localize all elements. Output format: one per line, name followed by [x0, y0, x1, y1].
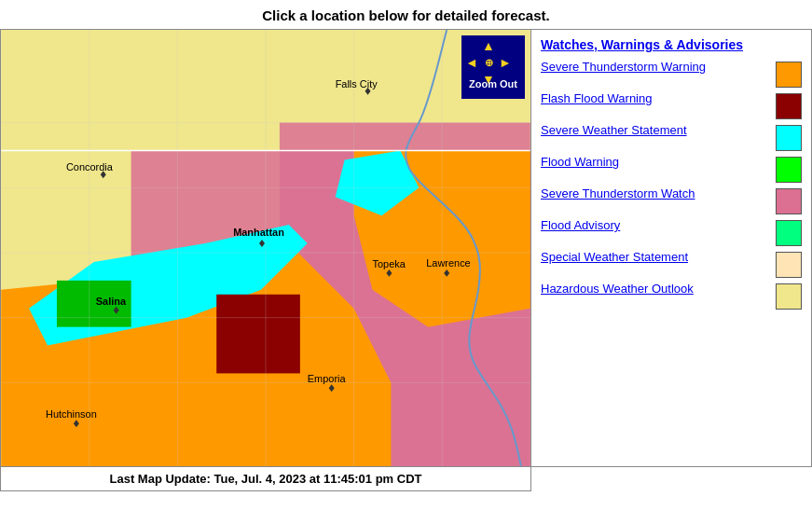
svg-rect-7 [216, 295, 300, 374]
legend-item-severe-thunderstorm-warning: Severe Thunderstorm Warning [541, 60, 802, 88]
legend-color-severe-weather-statement [776, 125, 802, 151]
svg-text:Emporia: Emporia [308, 373, 347, 384]
legend-link-flood-warning[interactable]: Flood Warning [541, 155, 770, 171]
legend-color-severe-thunderstorm-watch [776, 188, 802, 214]
legend-item-severe-thunderstorm-watch: Severe Thunderstorm Watch [541, 186, 802, 214]
legend-link-severe-thunderstorm-warning[interactable]: Severe Thunderstorm Warning [541, 60, 770, 76]
map-footer: Last Map Update: Tue, Jul. 4, 2023 at 11… [0, 467, 531, 491]
legend-item-hazardous-weather-outlook: Hazardous Weather Outlook [541, 282, 802, 310]
zoom-out-button[interactable]: ▲ ◄ ⊕ ► ▼ Zoom Out [461, 35, 525, 99]
legend-color-flood-advisory [776, 220, 802, 246]
svg-text:Salina: Salina [96, 296, 127, 307]
legend-color-flood-warning [776, 157, 802, 183]
legend-panel: Watches, Warnings & Advisories Severe Th… [531, 29, 812, 467]
legend-color-flash-flood-warning [776, 93, 802, 119]
map-container[interactable]: Falls City Concordia Manhattan Topeka [0, 29, 531, 467]
svg-text:Concordia: Concordia [66, 161, 114, 172]
map-wrapper: Falls City Concordia Manhattan Topeka [0, 29, 531, 524]
svg-text:Hutchinson: Hutchinson [46, 408, 97, 420]
legend-color-severe-thunderstorm-warning [776, 62, 802, 88]
main-content: Falls City Concordia Manhattan Topeka [0, 29, 812, 524]
map-update-text: Last Map Update: Tue, Jul. 4, 2023 at 11… [110, 472, 422, 486]
legend-item-special-weather-statement: Special Weather Statement [541, 250, 802, 278]
legend-link-hazardous-weather-outlook[interactable]: Hazardous Weather Outlook [541, 282, 770, 297]
app: Click a location below for detailed fore… [0, 0, 812, 524]
svg-text:Manhattan: Manhattan [233, 227, 284, 238]
svg-text:Falls City: Falls City [336, 78, 378, 90]
legend-link-flood-advisory[interactable]: Flood Advisory [541, 218, 770, 234]
legend-link-severe-weather-statement[interactable]: Severe Weather Statement [541, 123, 770, 139]
legend-item-flash-flood-warning: Flash Flood Warning [541, 91, 802, 119]
page-header: Click a location below for detailed fore… [0, 0, 812, 29]
legend-link-severe-thunderstorm-watch[interactable]: Severe Thunderstorm Watch [541, 186, 770, 202]
legend-item-severe-weather-statement: Severe Weather Statement [541, 123, 802, 151]
svg-text:Topeka: Topeka [373, 258, 406, 269]
header-title: Click a location below for detailed fore… [262, 7, 549, 23]
legend-item-flood-warning: Flood Warning [541, 155, 802, 183]
legend-items: Severe Thunderstorm WarningFlash Flood W… [541, 60, 802, 313]
svg-text:Lawrence: Lawrence [426, 257, 470, 269]
legend-link-special-weather-statement[interactable]: Special Weather Statement [541, 250, 770, 266]
legend-item-flood-advisory: Flood Advisory [541, 218, 802, 246]
legend-link-flash-flood-warning[interactable]: Flash Flood Warning [541, 91, 770, 107]
legend-color-special-weather-statement [776, 252, 802, 278]
zoom-label: Zoom Out [469, 78, 517, 90]
legend-color-hazardous-weather-outlook [776, 283, 802, 310]
legend-title[interactable]: Watches, Warnings & Advisories [541, 37, 802, 52]
map-svg: Falls City Concordia Manhattan Topeka [1, 30, 530, 466]
